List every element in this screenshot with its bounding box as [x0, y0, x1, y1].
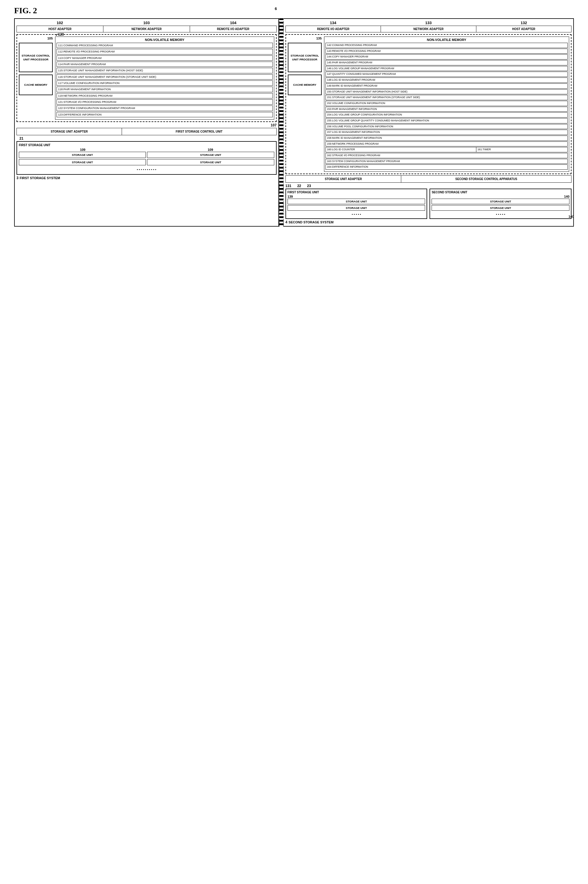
left-ref-numbers: 102 103 104 [16, 21, 277, 25]
right-adapter-network: NETWORK ADAPTER [381, 26, 476, 32]
ref-107: 107 [16, 123, 277, 127]
right-storage-bottom: FIRST STORAGE UNIT 139 STORAGE UNIT STOR… [285, 189, 572, 219]
left-storage-unit-adapter: STORAGE UNIT ADAPTER [17, 128, 122, 135]
nv-r-157: 157:LOG ID MANAGEMENT INFORMATION [326, 130, 568, 135]
fig-title: FIG. 2 [14, 6, 574, 15]
nv-r-146: 146:LOG VOLUME GROUP MANAGEMENT PROGRAM [326, 66, 568, 71]
nv-r-155: 155:LOG VOLUME GROUP QUANTITY CONSUMED M… [326, 118, 568, 123]
left-system-ref: 3 [16, 176, 18, 180]
ref-133: 133 [425, 21, 432, 25]
right-system-name: SECOND STORAGE SYSTEM [289, 221, 334, 224]
left-adapters-top: HOST ADAPTER NETWORK ADAPTER REMOTE I/O … [16, 26, 277, 32]
ref-104: 104 [230, 21, 237, 25]
nv-r-154: 154:LOG VOLUME GROUP CONFIGURATION INFOR… [326, 112, 568, 117]
right-second-su-2: STORAGE UNIT [432, 205, 570, 211]
ref-21: 21 [20, 137, 23, 141]
right-nv-memory: NON-VOLATILE MEMORY 142:COMAND PROCESSIN… [324, 36, 569, 172]
right-adapters-top: REMOTE I/O ADAPTER NETWORK ADAPTER HOST … [285, 26, 572, 32]
ref-105-label: 105 [19, 36, 53, 40]
left-su-1: STORAGE UNIT [19, 152, 146, 158]
nv-item-116: 116:STORAGE UNIT MANAGEMENT INFORMATION … [57, 74, 273, 80]
nv-r-162: 162:STRAGE I/O PROCESSING PROGRAM [326, 153, 568, 158]
right-storage-ref-row: 131 22 23 [285, 184, 572, 188]
left-su-4: STORAGE UNIT [147, 159, 274, 165]
left-processor-box: STORAGE CONTROL UNIT PROCESSOR [19, 43, 53, 72]
left-storage-units-section: FIRST STORAGE UNIT 109 109 STORAGE UNIT … [16, 141, 277, 175]
ref-120: ↙120 [56, 32, 64, 36]
left-system: 102 103 104 HOST ADAPTER NETWORK ADAPTER… [14, 18, 279, 227]
right-first-dots: • • • • • [288, 212, 425, 217]
right-storage-unit-adapter: STORAGE UNIT ADAPTER [286, 176, 401, 182]
nv-r-159: 159:NETWORK PROCESSING PROGRAM [326, 141, 568, 147]
right-processors-col: 135 STORAGE CONTROL UNIT PROCESSOR CACHE… [288, 36, 322, 172]
right-control-unit: 135 STORAGE CONTROL UNIT PROCESSOR CACHE… [285, 34, 572, 174]
left-storage-grid: STORAGE UNIT STORAGE UNIT STORAGE UNIT S… [19, 152, 274, 165]
left-storage-units-header: FIRST STORAGE UNIT [19, 144, 274, 147]
left-storage-refs: 21 [16, 137, 277, 141]
left-nv-title: NON-VOLATILE MEMORY [57, 38, 273, 42]
nv-item-118: 118:PAIR MANAGEMENT INFORMATION [57, 87, 273, 92]
left-control-unit-label: FIRST STORAGE CONTROL UNIT [122, 128, 276, 135]
nv-r-156: 156:VOLUME POOL CONFIGURATION INFORMATIO… [326, 124, 568, 129]
right-control-unit-label: SECOND STORAGE CONTROL APPARATUS [401, 176, 571, 182]
left-adapter-host: HOST ADAPTER [17, 26, 104, 32]
left-processors-col: 105 STORAGE CONTROL UNIT PROCESSOR CACHE… [19, 36, 53, 120]
nv-item-122: 122:SYSTEM CONFIGURATION MANAGEMENT PROG… [57, 105, 273, 111]
nv-item-115: 115:STORAGE UNIT MANAGEMENT INFORMATION … [57, 68, 273, 73]
right-first-su-1: STORAGE UNIT [288, 199, 425, 204]
right-cache-box: CACHE MEMORY [288, 75, 322, 95]
ref-102: 102 [57, 21, 63, 25]
ref-134: 134 [330, 21, 336, 25]
nv-item-119: 119:NETWORK PROCESSING PROGRAM [57, 93, 273, 98]
left-system-name: FIRST STORAGE SYSTEM [20, 176, 60, 180]
nv-r-164: 164:DIFFERENCE INFORMATION [326, 164, 568, 170]
nv-item-111: 111:COMMAND PROCESSING PROGRAM [57, 43, 273, 48]
nv-r-160: 160:LOG ID COUNTER [326, 147, 476, 152]
nv-r-153: 153:PAIR MANAGEMENT INFORMATION [326, 107, 568, 112]
nv-r-142: 142:COMAND PROCESSING PROGRAM [326, 43, 568, 48]
nv-r-150: 150:STORAGE UNIT MANAGEMENT INFORMATION … [326, 89, 568, 95]
ref-140-bottom: 140 [568, 215, 574, 218]
right-nv-title: NON-VOLATILE MEMORY [326, 38, 568, 42]
nv-r-161: 161:TIMER [476, 147, 568, 152]
right-system-label-row: 4 SECOND STORAGE SYSTEM [285, 220, 572, 224]
nv-r-151: 151:STORAGE UNIT MANAGEMENT INFORMATION … [326, 95, 568, 100]
diagram-container: FIG. 2 102 103 104 HOST ADAPTER NETWORK … [14, 6, 574, 227]
nv-r-160-161-row: 160:LOG ID COUNTER 161:TIMER [326, 147, 568, 152]
right-bottom-adapter-row: STORAGE UNIT ADAPTER SECOND STORAGE CONT… [285, 175, 572, 183]
left-cache-box: CACHE MEMORY [19, 75, 53, 95]
left-nv-memory: NON-VOLATILE MEMORY 111:COMMAND PROCESSI… [55, 36, 274, 120]
left-adapter-remote: REMOTE I/O ADAPTER [190, 26, 276, 32]
right-first-su-2: STORAGE UNIT [288, 205, 425, 211]
nv-item-114: 114:PAIR MANAGEMENT PROGRAM [57, 62, 273, 67]
nv-r-147: 147:QUANTITY CONSUMED MANAGEMENT PROGRAM [326, 72, 568, 77]
ref-103: 103 [144, 21, 150, 25]
nv-item-113: 113:COPY MANAGER PROGRAM [57, 56, 273, 61]
right-second-su-title: SECOND STORAGE UNIT [432, 191, 570, 194]
ref-139: 139 [288, 195, 425, 198]
ref-135-label: 135 [288, 36, 322, 40]
left-su-2: STORAGE UNIT [147, 152, 274, 158]
right-second-su-1: STORAGE UNIT [432, 199, 570, 204]
left-dots: • • • • • • • • • • [19, 167, 274, 173]
right-second-dots: • • • • • 140 [432, 212, 570, 217]
right-second-storage-unit: SECOND STORAGE UNIT 140 STORAGE UNIT STO… [429, 189, 572, 219]
nv-r-149: 149:MARK ID MANAGEMENT PROGRAM [326, 83, 568, 89]
right-ref-numbers: 134 133 132 [285, 21, 572, 25]
ref-132: 132 [520, 21, 527, 25]
left-system-label-row: 3 FIRST STORAGE SYSTEM [16, 176, 277, 180]
nv-r-152: 152:VOLUME CONFIGURATION INFORMATION [326, 101, 568, 106]
left-adapter-network: NETWORK ADAPTER [104, 26, 190, 32]
right-first-storage-unit: FIRST STORAGE UNIT 139 STORAGE UNIT STOR… [285, 189, 428, 219]
right-processor-box: STORAGE CONTROL UNIT PROCESSOR [288, 43, 322, 72]
left-su-3: STORAGE UNIT [19, 159, 146, 165]
ref-6: 6 [274, 6, 278, 11]
nv-item-121: 121:STORAGE I/O PROCESSING PROGRAM [57, 99, 273, 105]
ref-140-top: 140 [432, 195, 570, 198]
ref-22: 22 [297, 184, 301, 188]
nv-item-123: 123:DIFFERENCE INFORMATION [57, 112, 273, 117]
center-divider: 6 [279, 18, 284, 227]
ref-109-row: 109 109 [19, 148, 274, 152]
left-bottom-adapter-row: STORAGE UNIT ADAPTER FIRST STORAGE CONTR… [16, 128, 277, 135]
right-adapter-remote: REMOTE I/O ADAPTER [286, 26, 381, 32]
